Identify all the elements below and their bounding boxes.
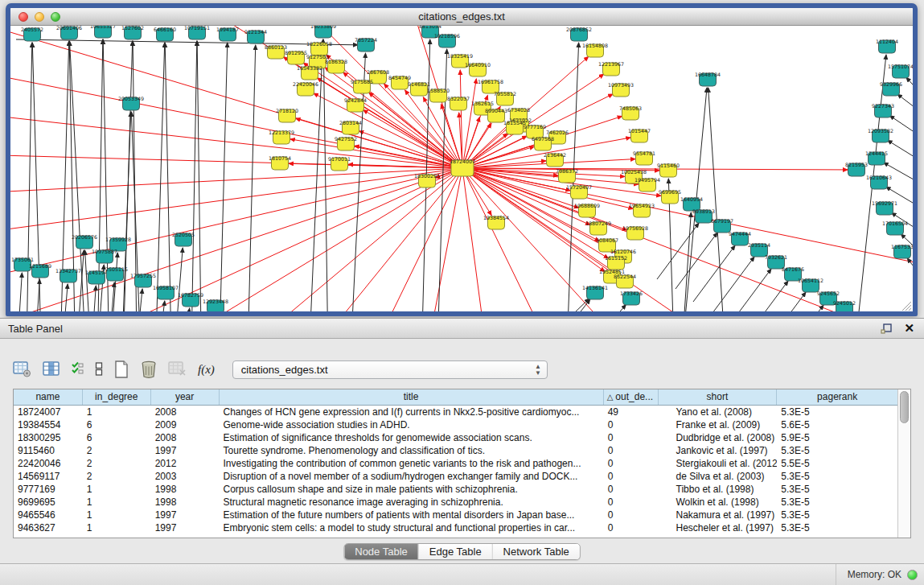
close-panel-icon[interactable]: ✕ bbox=[904, 322, 914, 335]
table-cell: Franke et al. (2009) bbox=[659, 418, 778, 431]
table-row[interactable]: 969969511998Structural magnetic resonanc… bbox=[14, 496, 897, 509]
table-cell: Structural magnetic resonance image aver… bbox=[220, 496, 604, 509]
table-cell: Genome-wide association studies in ADHD. bbox=[220, 418, 604, 431]
table-row[interactable]: 1872400712008Changes of HCN gene express… bbox=[14, 406, 897, 418]
graph-node-label: 9474444 bbox=[729, 231, 751, 237]
table-vertical-scrollbar[interactable] bbox=[897, 389, 910, 538]
graph-node-label: 9084067 bbox=[596, 237, 618, 243]
table-cell: Wolkin et al. (1998) bbox=[659, 496, 778, 509]
graph-edge bbox=[217, 43, 228, 311]
tab-edge-table[interactable]: Edge Table bbox=[418, 544, 492, 559]
graph-edge bbox=[10, 26, 462, 168]
table-cell: 0 bbox=[604, 418, 659, 431]
minimize-window-button[interactable] bbox=[35, 12, 44, 22]
table-cell: 2008 bbox=[151, 431, 220, 444]
graph-node-label: 1362615 bbox=[471, 101, 494, 106]
graph-node-label: 13342737 bbox=[55, 268, 81, 274]
table-row[interactable]: 2242004622012Investigating the contribut… bbox=[14, 457, 897, 470]
select-columns-button[interactable] bbox=[71, 360, 84, 378]
table-cell: Hescheler et al. (1997) bbox=[659, 521, 778, 534]
table-cell: Tibbo et al. (1998) bbox=[659, 483, 778, 496]
graph-node-label: 17359928 bbox=[105, 237, 131, 242]
table-header-row: name in_degree year title △out_de... sho… bbox=[14, 389, 897, 406]
graph-node-label: 2520505 bbox=[172, 232, 195, 237]
graph-node-label: 8186328 bbox=[325, 59, 347, 64]
delete-rows-button[interactable] bbox=[140, 360, 158, 379]
float-panel-icon[interactable] bbox=[881, 323, 893, 335]
graph-edge bbox=[589, 305, 626, 311]
graph-node-label: 20876852 bbox=[566, 27, 592, 32]
graph-edge bbox=[245, 45, 256, 311]
graph-node-label: 7955812 bbox=[494, 91, 516, 97]
table-row[interactable]: 1938455462009Genome-wide association stu… bbox=[14, 418, 897, 431]
table-cell: 1 bbox=[83, 483, 151, 496]
table-panel-header: Table Panel ✕ bbox=[0, 318, 924, 339]
graph-node-label: 7857224 bbox=[355, 37, 377, 43]
new-document-button[interactable] bbox=[113, 360, 129, 379]
graph-node-label: 10025438 bbox=[621, 169, 647, 175]
network-window: citations_edges.txt 18724007886012389129… bbox=[6, 3, 918, 316]
table-row[interactable]: 911546021997Tourette syndrome. Phenomeno… bbox=[14, 444, 897, 457]
table-cell: 1997 bbox=[151, 509, 220, 521]
graph-node-label: 1527602 bbox=[121, 26, 144, 31]
row-height-button[interactable] bbox=[95, 360, 103, 378]
graph-node-label: 18325419 bbox=[447, 53, 473, 59]
graph-node-label: 9170011 bbox=[328, 156, 351, 162]
zoom-window-button[interactable] bbox=[51, 12, 60, 22]
table-cell: 1 bbox=[83, 496, 151, 509]
table-cell: Disruption of a novel member of a sodium… bbox=[220, 470, 604, 483]
table-select-dropdown[interactable]: citations_edges.txt ▲▼ bbox=[232, 360, 548, 379]
graph-edge bbox=[553, 299, 590, 311]
graph-node-label: 12923448 bbox=[203, 299, 228, 304]
graph-node-label: 1244415 bbox=[865, 150, 888, 156]
tab-network-table[interactable]: Network Table bbox=[492, 544, 580, 559]
table-cell: Estimation of the future numbers of pati… bbox=[220, 509, 604, 521]
graph-node-label: 10975887 bbox=[92, 249, 117, 254]
graph-node-label: 16033809 bbox=[310, 26, 336, 29]
graph-edge bbox=[165, 43, 173, 311]
scrollbar-thumb[interactable] bbox=[900, 391, 909, 423]
column-header-pagerank[interactable]: pagerank bbox=[777, 389, 897, 405]
graph-edge bbox=[680, 212, 691, 311]
graph-node-label: 15692971 bbox=[872, 200, 897, 206]
graph-node-label: 10719151 bbox=[184, 26, 210, 31]
table-cell: Dudbridge et al. (2008) bbox=[659, 431, 778, 444]
graph-node-label: 9121344 bbox=[244, 29, 267, 35]
table-cell: 0 bbox=[604, 457, 659, 470]
table-toolbar: f(x) citations_edges.txt ▲▼ bbox=[13, 357, 548, 381]
close-window-button[interactable] bbox=[18, 12, 28, 22]
memory-ok-indicator-icon[interactable] bbox=[907, 570, 918, 580]
network-window-titlebar[interactable]: citations_edges.txt bbox=[10, 8, 913, 26]
dropdown-stepper-icon: ▲▼ bbox=[535, 364, 541, 377]
column-header-name[interactable]: name bbox=[14, 389, 83, 405]
table-column-button[interactable] bbox=[43, 360, 60, 378]
column-header-out-degree[interactable]: △out_de... bbox=[604, 389, 659, 405]
graph-node-label: 6466160 bbox=[154, 27, 176, 32]
network-canvas[interactable]: 1872400788601238912955182260589127503818… bbox=[10, 26, 913, 311]
graph-node-label: 9115460 bbox=[657, 163, 680, 168]
column-header-year[interactable]: year bbox=[151, 389, 220, 405]
graph-node-label: 12213967 bbox=[598, 61, 624, 67]
table-row[interactable]: 1830029562008Estimation of significance … bbox=[14, 431, 897, 444]
status-bar: Memory: OK bbox=[0, 563, 924, 585]
function-builder-button[interactable]: f(x) bbox=[198, 363, 215, 377]
graph-node-label: 1733426 bbox=[620, 290, 643, 296]
table-row[interactable]: 1456911722003Disruption of a novel membe… bbox=[14, 470, 897, 483]
table-row[interactable]: 946362711997Embryonic stem cells: a mode… bbox=[14, 521, 897, 534]
table-row[interactable]: 946554611997Estimation of the future num… bbox=[14, 509, 897, 521]
column-header-short[interactable]: short bbox=[659, 389, 778, 405]
table-settings-button[interactable] bbox=[13, 360, 32, 378]
table-cell: 5.3E-5 bbox=[777, 521, 897, 534]
tab-node-table[interactable]: Node Table bbox=[344, 544, 418, 559]
graph-node-label: 9329966 bbox=[880, 81, 902, 87]
table-select-value: citations_edges.txt bbox=[233, 364, 328, 376]
table-cell: Estimation of significance thresholds fo… bbox=[220, 431, 604, 444]
table-row[interactable]: 977716911998Corpus callosum shape and si… bbox=[14, 483, 897, 496]
graph-node-label: 8860123 bbox=[265, 44, 287, 50]
table-cell: 19384554 bbox=[14, 418, 83, 431]
graph-node-label: 12213379 bbox=[269, 130, 294, 135]
window-resize-grip[interactable] bbox=[902, 302, 911, 311]
graph-node-label: 9245012 bbox=[833, 300, 856, 306]
column-header-in-degree[interactable]: in_degree bbox=[83, 389, 151, 405]
column-header-title[interactable]: title bbox=[220, 389, 604, 405]
